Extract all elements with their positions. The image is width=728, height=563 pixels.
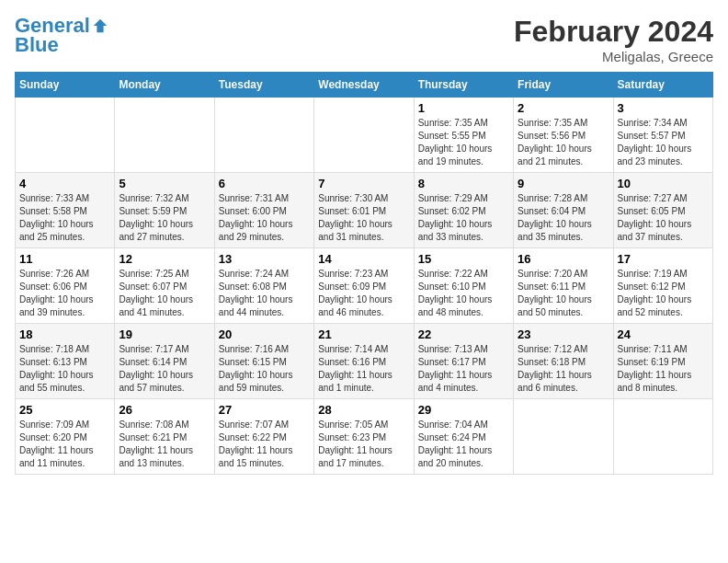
calendar-cell [16, 98, 115, 173]
calendar-cell: 14Sunrise: 7:23 AM Sunset: 6:09 PM Dayli… [314, 248, 414, 324]
calendar-cell: 27Sunrise: 7:07 AM Sunset: 6:22 PM Dayli… [214, 399, 313, 475]
day-info: Sunrise: 7:32 AM Sunset: 5:59 PM Dayligh… [119, 192, 210, 244]
day-info: Sunrise: 7:22 AM Sunset: 6:10 PM Dayligh… [418, 268, 509, 319]
calendar-cell: 18Sunrise: 7:18 AM Sunset: 6:13 PM Dayli… [16, 324, 115, 399]
page-header: General Blue February 2024 Meligalas, Gr… [15, 15, 713, 64]
weekday-header-monday: Monday [115, 73, 214, 98]
day-info: Sunrise: 7:04 AM Sunset: 6:24 PM Dayligh… [418, 419, 509, 470]
day-number: 27 [219, 403, 310, 417]
week-row-5: 25Sunrise: 7:09 AM Sunset: 6:20 PM Dayli… [16, 399, 713, 475]
location-subtitle: Meligalas, Greece [514, 49, 713, 64]
day-number: 22 [418, 327, 509, 341]
week-row-4: 18Sunrise: 7:18 AM Sunset: 6:13 PM Dayli… [16, 324, 713, 399]
day-number: 17 [618, 252, 709, 266]
calendar-cell: 26Sunrise: 7:08 AM Sunset: 6:21 PM Dayli… [115, 399, 214, 475]
day-number: 8 [418, 177, 509, 190]
day-info: Sunrise: 7:09 AM Sunset: 6:20 PM Dayligh… [19, 419, 110, 470]
logo: General Blue [15, 15, 108, 57]
calendar-cell: 28Sunrise: 7:05 AM Sunset: 6:23 PM Dayli… [314, 399, 414, 475]
calendar-cell: 16Sunrise: 7:20 AM Sunset: 6:11 PM Dayli… [514, 248, 613, 324]
calendar-cell: 2Sunrise: 7:35 AM Sunset: 5:56 PM Daylig… [514, 98, 613, 173]
day-info: Sunrise: 7:23 AM Sunset: 6:09 PM Dayligh… [318, 268, 409, 319]
calendar-cell [514, 399, 613, 475]
day-number: 24 [618, 327, 709, 341]
month-title: February 2024 [514, 15, 713, 49]
week-row-1: 1Sunrise: 7:35 AM Sunset: 5:55 PM Daylig… [16, 98, 713, 173]
day-number: 16 [518, 252, 609, 266]
calendar-cell: 8Sunrise: 7:29 AM Sunset: 6:02 PM Daylig… [414, 173, 513, 248]
day-number: 21 [318, 327, 409, 341]
logo-icon [92, 17, 108, 34]
calendar-table: SundayMondayTuesdayWednesdayThursdayFrid… [15, 72, 713, 475]
day-number: 3 [618, 101, 709, 115]
calendar-cell: 13Sunrise: 7:24 AM Sunset: 6:08 PM Dayli… [214, 248, 313, 324]
week-row-2: 4Sunrise: 7:33 AM Sunset: 5:58 PM Daylig… [16, 173, 713, 248]
day-number: 6 [219, 177, 310, 190]
calendar-cell: 11Sunrise: 7:26 AM Sunset: 6:06 PM Dayli… [16, 248, 115, 324]
day-number: 15 [418, 252, 509, 266]
day-number: 10 [618, 177, 709, 190]
day-info: Sunrise: 7:08 AM Sunset: 6:21 PM Dayligh… [119, 419, 210, 470]
weekday-header-saturday: Saturday [613, 73, 712, 98]
calendar-cell [115, 98, 214, 173]
day-number: 18 [19, 327, 110, 341]
calendar-cell: 23Sunrise: 7:12 AM Sunset: 6:18 PM Dayli… [514, 324, 613, 399]
calendar-cell: 3Sunrise: 7:34 AM Sunset: 5:57 PM Daylig… [613, 98, 712, 173]
calendar-cell: 22Sunrise: 7:13 AM Sunset: 6:17 PM Dayli… [414, 324, 513, 399]
day-info: Sunrise: 7:07 AM Sunset: 6:22 PM Dayligh… [219, 419, 310, 470]
day-info: Sunrise: 7:13 AM Sunset: 6:17 PM Dayligh… [418, 343, 509, 395]
calendar-cell [613, 399, 712, 475]
day-info: Sunrise: 7:05 AM Sunset: 6:23 PM Dayligh… [318, 419, 409, 470]
calendar-cell: 6Sunrise: 7:31 AM Sunset: 6:00 PM Daylig… [214, 173, 313, 248]
day-number: 28 [318, 403, 409, 417]
calendar-cell: 5Sunrise: 7:32 AM Sunset: 5:59 PM Daylig… [115, 173, 214, 248]
day-info: Sunrise: 7:25 AM Sunset: 6:07 PM Dayligh… [119, 268, 210, 319]
day-number: 25 [19, 403, 110, 417]
day-info: Sunrise: 7:30 AM Sunset: 6:01 PM Dayligh… [318, 192, 409, 244]
day-info: Sunrise: 7:16 AM Sunset: 6:15 PM Dayligh… [219, 343, 310, 395]
day-info: Sunrise: 7:11 AM Sunset: 6:19 PM Dayligh… [618, 343, 709, 395]
day-number: 12 [119, 252, 210, 266]
weekday-header-sunday: Sunday [16, 73, 115, 98]
day-info: Sunrise: 7:34 AM Sunset: 5:57 PM Dayligh… [618, 117, 709, 168]
calendar-cell: 10Sunrise: 7:27 AM Sunset: 6:05 PM Dayli… [613, 173, 712, 248]
day-number: 9 [518, 177, 609, 190]
weekday-header-friday: Friday [514, 73, 613, 98]
day-info: Sunrise: 7:35 AM Sunset: 5:56 PM Dayligh… [518, 117, 609, 168]
day-info: Sunrise: 7:20 AM Sunset: 6:11 PM Dayligh… [518, 268, 609, 319]
calendar-cell [314, 98, 414, 173]
day-info: Sunrise: 7:26 AM Sunset: 6:06 PM Dayligh… [19, 268, 110, 319]
day-number: 4 [19, 177, 110, 190]
calendar-cell: 4Sunrise: 7:33 AM Sunset: 5:58 PM Daylig… [16, 173, 115, 248]
calendar-cell: 24Sunrise: 7:11 AM Sunset: 6:19 PM Dayli… [613, 324, 712, 399]
calendar-cell: 1Sunrise: 7:35 AM Sunset: 5:55 PM Daylig… [414, 98, 513, 173]
day-number: 1 [418, 101, 509, 115]
day-info: Sunrise: 7:12 AM Sunset: 6:18 PM Dayligh… [518, 343, 609, 395]
week-row-3: 11Sunrise: 7:26 AM Sunset: 6:06 PM Dayli… [16, 248, 713, 324]
svg-marker-0 [94, 19, 107, 32]
day-info: Sunrise: 7:17 AM Sunset: 6:14 PM Dayligh… [119, 343, 210, 395]
calendar-cell: 12Sunrise: 7:25 AM Sunset: 6:07 PM Dayli… [115, 248, 214, 324]
day-number: 26 [119, 403, 210, 417]
calendar-cell: 7Sunrise: 7:30 AM Sunset: 6:01 PM Daylig… [314, 173, 414, 248]
title-block: February 2024 Meligalas, Greece [514, 15, 713, 64]
day-info: Sunrise: 7:14 AM Sunset: 6:16 PM Dayligh… [318, 343, 409, 395]
calendar-cell: 17Sunrise: 7:19 AM Sunset: 6:12 PM Dayli… [613, 248, 712, 324]
day-info: Sunrise: 7:18 AM Sunset: 6:13 PM Dayligh… [19, 343, 110, 395]
day-info: Sunrise: 7:35 AM Sunset: 5:55 PM Dayligh… [418, 117, 509, 168]
calendar-cell: 19Sunrise: 7:17 AM Sunset: 6:14 PM Dayli… [115, 324, 214, 399]
day-info: Sunrise: 7:28 AM Sunset: 6:04 PM Dayligh… [518, 192, 609, 244]
weekday-header-wednesday: Wednesday [314, 73, 414, 98]
day-number: 14 [318, 252, 409, 266]
weekday-header-thursday: Thursday [414, 73, 513, 98]
calendar-cell: 15Sunrise: 7:22 AM Sunset: 6:10 PM Dayli… [414, 248, 513, 324]
weekday-header-row: SundayMondayTuesdayWednesdayThursdayFrid… [16, 73, 713, 98]
day-number: 23 [518, 327, 609, 341]
day-number: 13 [219, 252, 310, 266]
day-number: 2 [518, 101, 609, 115]
calendar-cell: 9Sunrise: 7:28 AM Sunset: 6:04 PM Daylig… [514, 173, 613, 248]
calendar-cell: 29Sunrise: 7:04 AM Sunset: 6:24 PM Dayli… [414, 399, 513, 475]
weekday-header-tuesday: Tuesday [214, 73, 313, 98]
day-info: Sunrise: 7:27 AM Sunset: 6:05 PM Dayligh… [618, 192, 709, 244]
day-info: Sunrise: 7:24 AM Sunset: 6:08 PM Dayligh… [219, 268, 310, 319]
